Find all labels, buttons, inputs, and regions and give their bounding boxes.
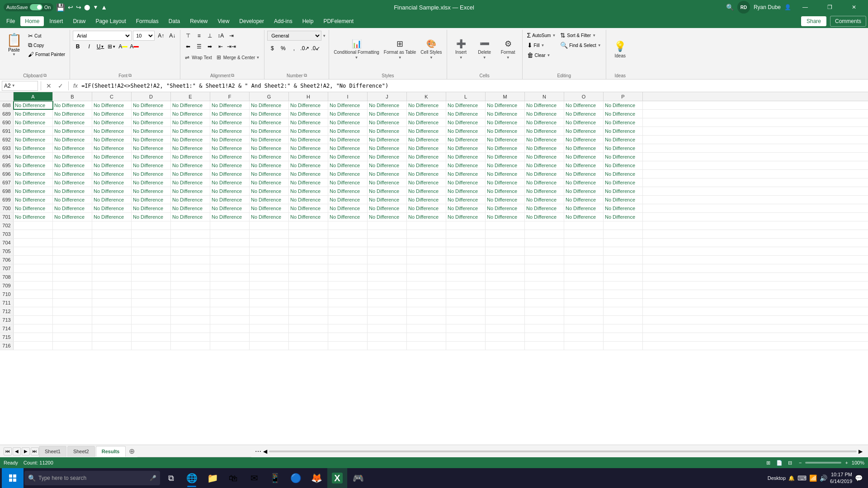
- taskbar-store[interactable]: 🛍: [223, 468, 243, 488]
- list-item[interactable]: [525, 273, 564, 281]
- list-item[interactable]: [328, 299, 368, 307]
- list-item[interactable]: [564, 221, 604, 230]
- list-item[interactable]: No Difference: [210, 187, 250, 195]
- list-item[interactable]: No Difference: [14, 204, 53, 212]
- list-item[interactable]: No Difference: [289, 161, 328, 169]
- list-item[interactable]: No Difference: [92, 204, 132, 212]
- list-item[interactable]: [92, 342, 132, 350]
- search-ribbon[interactable]: 🔍: [726, 4, 734, 11]
- row-number[interactable]: 708: [0, 273, 14, 281]
- list-item[interactable]: [289, 307, 328, 315]
- row-number[interactable]: 698: [0, 187, 14, 195]
- list-item[interactable]: [92, 316, 132, 324]
- list-item[interactable]: [564, 307, 604, 315]
- row-number[interactable]: 702: [0, 221, 14, 230]
- list-item[interactable]: No Difference: [407, 136, 446, 144]
- confirm-formula-button[interactable]: ✓: [56, 81, 66, 91]
- list-item[interactable]: [289, 221, 328, 230]
- list-item[interactable]: No Difference: [210, 196, 250, 204]
- list-item[interactable]: [14, 239, 53, 247]
- list-item[interactable]: [250, 324, 289, 333]
- list-item[interactable]: [171, 324, 210, 333]
- list-item[interactable]: [250, 230, 289, 238]
- list-item[interactable]: No Difference: [525, 178, 564, 187]
- merge-center-button[interactable]: ⊞ Merge & Center ▼: [215, 52, 262, 62]
- list-item[interactable]: No Difference: [604, 110, 643, 118]
- currency-button[interactable]: $: [267, 43, 277, 53]
- list-item[interactable]: [368, 247, 407, 255]
- list-item[interactable]: No Difference: [171, 110, 210, 118]
- list-item[interactable]: [407, 221, 446, 230]
- list-item[interactable]: [53, 273, 92, 281]
- list-item[interactable]: [171, 307, 210, 315]
- list-item[interactable]: No Difference: [446, 178, 486, 187]
- list-item[interactable]: [210, 307, 250, 315]
- list-item[interactable]: [53, 316, 92, 324]
- list-item[interactable]: [328, 273, 368, 281]
- list-item[interactable]: [53, 290, 92, 298]
- list-item[interactable]: No Difference: [407, 213, 446, 221]
- row-number[interactable]: 709: [0, 282, 14, 290]
- list-item[interactable]: No Difference: [14, 187, 53, 195]
- list-item[interactable]: No Difference: [368, 178, 407, 187]
- list-item[interactable]: [53, 239, 92, 247]
- col-header-D[interactable]: D: [132, 92, 171, 101]
- list-item[interactable]: No Difference: [53, 178, 92, 187]
- list-item[interactable]: No Difference: [171, 153, 210, 161]
- list-item[interactable]: [92, 290, 132, 298]
- list-item[interactable]: No Difference: [328, 118, 368, 127]
- list-item[interactable]: [446, 316, 486, 324]
- list-item[interactable]: No Difference: [92, 153, 132, 161]
- list-item[interactable]: No Difference: [171, 144, 210, 152]
- list-item[interactable]: [53, 282, 92, 290]
- list-item[interactable]: [446, 239, 486, 247]
- list-item[interactable]: No Difference: [53, 127, 92, 135]
- list-item[interactable]: No Difference: [289, 118, 328, 127]
- list-item[interactable]: No Difference: [132, 196, 171, 204]
- taskbar-app6[interactable]: 📱: [265, 468, 285, 488]
- col-header-E[interactable]: E: [171, 92, 210, 101]
- list-item[interactable]: No Difference: [250, 170, 289, 178]
- list-item[interactable]: No Difference: [53, 144, 92, 152]
- start-button[interactable]: [2, 468, 24, 488]
- list-item[interactable]: No Difference: [92, 161, 132, 169]
- list-item[interactable]: No Difference: [368, 170, 407, 178]
- list-item[interactable]: [525, 342, 564, 350]
- list-item[interactable]: No Difference: [132, 127, 171, 135]
- list-item[interactable]: No Difference: [210, 110, 250, 118]
- list-item[interactable]: [368, 299, 407, 307]
- list-item[interactable]: No Difference: [564, 144, 604, 152]
- list-item[interactable]: No Difference: [210, 136, 250, 144]
- menu-insert[interactable]: Insert: [45, 16, 67, 26]
- list-item[interactable]: [486, 256, 525, 264]
- list-item[interactable]: [328, 264, 368, 272]
- keyboard-icon[interactable]: ⌨: [797, 474, 807, 482]
- increase-font-button[interactable]: A↑: [156, 31, 166, 41]
- list-item[interactable]: [250, 239, 289, 247]
- list-item[interactable]: [14, 247, 53, 255]
- list-item[interactable]: [564, 256, 604, 264]
- list-item[interactable]: [14, 230, 53, 238]
- list-item[interactable]: [53, 256, 92, 264]
- list-item[interactable]: [525, 239, 564, 247]
- list-item[interactable]: No Difference: [446, 144, 486, 152]
- list-item[interactable]: No Difference: [14, 101, 53, 109]
- list-item[interactable]: No Difference: [53, 110, 92, 118]
- list-item[interactable]: [250, 221, 289, 230]
- list-item[interactable]: [328, 247, 368, 255]
- list-item[interactable]: [564, 316, 604, 324]
- list-item[interactable]: [446, 247, 486, 255]
- row-number[interactable]: 711: [0, 299, 14, 307]
- normal-view-button[interactable]: ⊞: [764, 459, 774, 467]
- list-item[interactable]: [407, 342, 446, 350]
- list-item[interactable]: No Difference: [289, 187, 328, 195]
- list-item[interactable]: No Difference: [604, 101, 643, 109]
- list-item[interactable]: [328, 324, 368, 333]
- list-item[interactable]: No Difference: [328, 178, 368, 187]
- copy-button[interactable]: ⧉ Copy: [26, 41, 67, 50]
- list-item[interactable]: [328, 333, 368, 341]
- list-item[interactable]: No Difference: [14, 118, 53, 127]
- list-item[interactable]: No Difference: [132, 110, 171, 118]
- number-format-select[interactable]: General: [267, 31, 321, 41]
- list-item[interactable]: No Difference: [407, 118, 446, 127]
